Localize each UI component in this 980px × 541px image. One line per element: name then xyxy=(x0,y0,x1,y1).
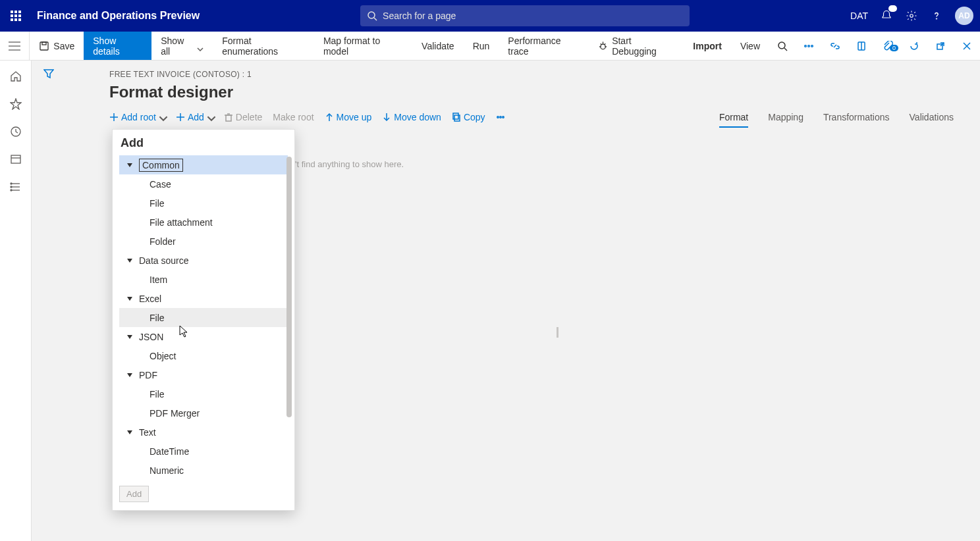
performance-trace-button[interactable]: Performance trace xyxy=(499,32,589,60)
attachments-count: 0 xyxy=(890,45,898,51)
start-debugging-button[interactable]: Start Debugging xyxy=(589,32,684,60)
format-enumerations-button[interactable]: Format enumerations xyxy=(213,32,314,60)
tree-group[interactable]: Common xyxy=(119,155,288,174)
user-avatar[interactable]: AD xyxy=(955,7,973,25)
tree-group-label: JSON xyxy=(139,332,163,342)
tree-item[interactable]: DateTime xyxy=(119,442,288,461)
help-button[interactable] xyxy=(930,9,943,22)
svg-marker-62 xyxy=(127,297,132,301)
chevron-down-icon xyxy=(197,43,204,49)
add-root-button[interactable]: Add root xyxy=(109,112,165,122)
tree-item[interactable]: Object xyxy=(119,346,288,365)
splitter-handle[interactable] xyxy=(557,327,558,338)
toolbar-overflow[interactable] xyxy=(496,113,505,122)
tree-group[interactable]: Text xyxy=(119,423,288,442)
tree-group[interactable]: PDF xyxy=(119,365,288,384)
settings-button[interactable] xyxy=(905,9,918,22)
move-up-button[interactable]: Move up xyxy=(325,112,372,122)
show-all-button[interactable]: Show all xyxy=(151,32,213,60)
modules-icon[interactable] xyxy=(9,180,22,193)
tree-group[interactable]: JSON xyxy=(119,327,288,346)
left-rail xyxy=(0,61,32,541)
close-button[interactable] xyxy=(954,41,980,51)
svg-marker-61 xyxy=(127,259,132,263)
detail-tabs: Format Mapping Transformations Validatio… xyxy=(719,112,954,128)
expand-icon xyxy=(127,370,134,380)
tree-item[interactable]: File attachment xyxy=(119,213,288,232)
tree-item[interactable]: Folder xyxy=(119,232,288,251)
svg-rect-16 xyxy=(40,42,48,50)
svg-rect-7 xyxy=(14,18,17,21)
show-all-label: Show all xyxy=(161,36,193,57)
run-button[interactable]: Run xyxy=(464,32,499,60)
tree-item[interactable]: File xyxy=(119,308,288,327)
tree-item[interactable]: Item xyxy=(119,270,288,289)
svg-point-57 xyxy=(497,116,498,118)
global-search[interactable]: Search for a page xyxy=(360,5,690,26)
tree-group-label: Data source xyxy=(139,255,188,266)
add-button[interactable]: Add xyxy=(176,112,213,122)
view-button[interactable]: View xyxy=(731,32,769,60)
tree-item[interactable]: File xyxy=(119,384,288,403)
expand-icon xyxy=(127,160,134,170)
validate-button[interactable]: Validate xyxy=(412,32,464,60)
mouse-cursor xyxy=(179,325,188,338)
tree-item[interactable]: File xyxy=(119,193,288,213)
svg-rect-0 xyxy=(11,11,13,13)
tab-format[interactable]: Format xyxy=(719,112,748,128)
svg-marker-65 xyxy=(127,430,132,434)
waffle-icon[interactable] xyxy=(7,11,25,21)
popup-add-button[interactable]: Add xyxy=(119,486,149,502)
move-down-button[interactable]: Move down xyxy=(382,112,441,122)
svg-rect-8 xyxy=(18,18,21,21)
svg-line-23 xyxy=(604,43,605,45)
workspaces-icon[interactable] xyxy=(9,153,22,166)
refresh-button[interactable] xyxy=(901,41,927,51)
favorites-icon[interactable] xyxy=(9,97,22,111)
svg-rect-2 xyxy=(18,11,21,13)
attachments-button[interactable]: 0 xyxy=(875,41,901,51)
tree-group[interactable]: Data source xyxy=(119,251,288,270)
overflow-button[interactable] xyxy=(796,41,822,51)
svg-rect-17 xyxy=(42,42,46,45)
tab-transformations[interactable]: Transformations xyxy=(823,112,890,128)
page-title: Format designer xyxy=(109,83,233,101)
delete-button: Delete xyxy=(224,112,262,122)
save-button[interactable]: Save xyxy=(30,32,84,60)
notifications-button[interactable]: 1 xyxy=(880,9,893,22)
map-format-button[interactable]: Map format to model xyxy=(314,32,412,60)
svg-point-11 xyxy=(910,14,913,18)
import-button[interactable]: Import xyxy=(684,32,731,60)
svg-point-28 xyxy=(811,45,813,47)
company-code[interactable]: DAT xyxy=(850,11,868,21)
tree-item[interactable]: Case xyxy=(119,174,288,193)
show-details-button[interactable]: Show details xyxy=(84,32,151,60)
filter-icon[interactable] xyxy=(43,68,54,81)
page-options-button[interactable] xyxy=(848,41,875,51)
add-tree: CommonCaseFileFile attachmentFolderData … xyxy=(119,155,288,480)
svg-marker-63 xyxy=(127,335,132,339)
tab-mapping[interactable]: Mapping xyxy=(768,112,803,128)
popout-button[interactable] xyxy=(927,41,954,51)
copy-button[interactable]: Copy xyxy=(452,112,485,122)
link-button[interactable] xyxy=(822,41,848,51)
tree-item[interactable]: PDF Merger xyxy=(119,403,288,423)
svg-point-9 xyxy=(368,12,375,18)
svg-rect-50 xyxy=(226,115,231,121)
find-button[interactable] xyxy=(769,41,796,51)
nav-toggle[interactable] xyxy=(0,32,30,60)
scrollbar[interactable] xyxy=(286,157,292,417)
svg-point-27 xyxy=(808,45,810,47)
svg-rect-1 xyxy=(14,11,17,13)
svg-point-24 xyxy=(778,42,785,49)
tree-group[interactable]: Excel xyxy=(119,289,288,308)
recent-icon[interactable] xyxy=(9,125,22,138)
svg-marker-35 xyxy=(11,99,21,109)
chevron-down-icon xyxy=(159,114,165,120)
tab-validations[interactable]: Validations xyxy=(910,112,954,128)
save-label: Save xyxy=(53,41,74,51)
home-icon[interactable] xyxy=(9,70,22,83)
tree-item[interactable]: Numeric xyxy=(119,461,288,480)
breadcrumb: FREE TEXT INVOICE (CONTOSO) : 1 xyxy=(109,70,252,79)
global-header: Finance and Operations Preview Search fo… xyxy=(0,0,980,32)
